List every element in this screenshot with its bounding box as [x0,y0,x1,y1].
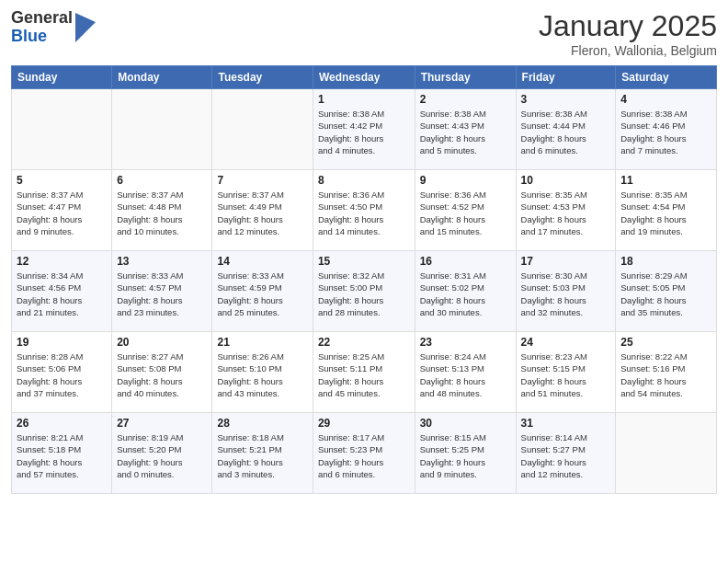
day-info: Sunrise: 8:37 AMSunset: 4:48 PMDaylight:… [117,189,207,237]
day-info: Sunrise: 8:26 AMSunset: 5:10 PMDaylight:… [217,350,307,399]
day-cell: 31Sunrise: 8:14 AMSunset: 5:27 PMDayligh… [516,413,616,494]
svg-marker-0 [75,13,96,42]
day-cell: 22Sunrise: 8:25 AMSunset: 5:11 PMDayligh… [313,332,415,413]
day-header-tuesday: Tuesday [212,66,313,89]
day-number: 4 [620,93,711,106]
day-number: 25 [620,336,711,349]
day-info: Sunrise: 8:38 AMSunset: 4:42 PMDaylight:… [318,108,410,156]
day-info: Sunrise: 8:36 AMSunset: 4:50 PMDaylight:… [318,189,410,237]
day-header-row: SundayMondayTuesdayWednesdayThursdayFrid… [12,66,717,89]
day-number: 12 [17,255,107,268]
day-cell: 18Sunrise: 8:29 AMSunset: 5:05 PMDayligh… [616,251,717,332]
day-cell: 1Sunrise: 8:38 AMSunset: 4:42 PMDaylight… [313,89,415,170]
day-cell: 20Sunrise: 8:27 AMSunset: 5:08 PMDayligh… [112,332,212,413]
day-header-friday: Friday [516,66,616,89]
day-number: 9 [420,174,511,187]
day-cell: 2Sunrise: 8:38 AMSunset: 4:43 PMDaylight… [415,89,516,170]
logo-general: General [11,9,73,28]
day-info: Sunrise: 8:35 AMSunset: 4:53 PMDaylight:… [521,189,611,237]
day-cell: 23Sunrise: 8:24 AMSunset: 5:13 PMDayligh… [415,332,516,413]
day-number: 7 [217,174,307,187]
day-cell: 7Sunrise: 8:37 AMSunset: 4:49 PMDaylight… [212,170,313,251]
day-number: 13 [117,255,207,268]
week-row-2: 12Sunrise: 8:34 AMSunset: 4:56 PMDayligh… [12,251,717,332]
day-info: Sunrise: 8:34 AMSunset: 4:56 PMDaylight:… [17,270,107,318]
day-cell [112,89,212,170]
day-info: Sunrise: 8:29 AMSunset: 5:05 PMDaylight:… [620,270,711,318]
day-number: 23 [420,336,511,349]
day-number: 26 [17,417,107,430]
day-info: Sunrise: 8:27 AMSunset: 5:08 PMDaylight:… [117,350,207,399]
day-cell: 14Sunrise: 8:33 AMSunset: 4:59 PMDayligh… [212,251,313,332]
logo-icon [75,13,96,42]
day-cell: 25Sunrise: 8:22 AMSunset: 5:16 PMDayligh… [616,332,717,413]
day-number: 10 [521,174,611,187]
day-cell: 11Sunrise: 8:35 AMSunset: 4:54 PMDayligh… [616,170,717,251]
day-info: Sunrise: 8:37 AMSunset: 4:47 PMDaylight:… [17,189,107,237]
day-info: Sunrise: 8:28 AMSunset: 5:06 PMDaylight:… [17,350,107,399]
day-cell: 15Sunrise: 8:32 AMSunset: 5:00 PMDayligh… [313,251,415,332]
logo-blue: Blue [11,28,73,46]
day-cell: 17Sunrise: 8:30 AMSunset: 5:03 PMDayligh… [516,251,616,332]
day-number: 28 [217,417,307,430]
day-info: Sunrise: 8:24 AMSunset: 5:13 PMDaylight:… [420,350,511,399]
day-info: Sunrise: 8:38 AMSunset: 4:43 PMDaylight:… [420,108,511,156]
day-cell: 28Sunrise: 8:18 AMSunset: 5:21 PMDayligh… [212,413,313,494]
location: Fleron, Wallonia, Belgium [539,43,717,58]
month-title: January 2025 [539,9,717,43]
day-number: 19 [17,336,107,349]
day-cell [12,89,112,170]
logo: General Blue [11,9,96,46]
week-row-1: 5Sunrise: 8:37 AMSunset: 4:47 PMDaylight… [12,170,717,251]
day-cell: 21Sunrise: 8:26 AMSunset: 5:10 PMDayligh… [212,332,313,413]
day-info: Sunrise: 8:35 AMSunset: 4:54 PMDaylight:… [620,189,711,237]
calendar-table: SundayMondayTuesdayWednesdayThursdayFrid… [11,65,717,494]
day-number: 2 [420,93,511,106]
day-cell [616,413,717,494]
title-block: January 2025 Fleron, Wallonia, Belgium [539,9,717,58]
day-number: 3 [521,93,611,106]
day-cell: 10Sunrise: 8:35 AMSunset: 4:53 PMDayligh… [516,170,616,251]
day-cell: 13Sunrise: 8:33 AMSunset: 4:57 PMDayligh… [112,251,212,332]
day-cell: 9Sunrise: 8:36 AMSunset: 4:52 PMDaylight… [415,170,516,251]
logo-text: General Blue [11,9,73,46]
day-info: Sunrise: 8:32 AMSunset: 5:00 PMDaylight:… [318,270,410,318]
day-header-sunday: Sunday [12,66,112,89]
day-number: 14 [217,255,307,268]
day-header-thursday: Thursday [415,66,516,89]
day-cell: 27Sunrise: 8:19 AMSunset: 5:20 PMDayligh… [112,413,212,494]
day-cell: 3Sunrise: 8:38 AMSunset: 4:44 PMDaylight… [516,89,616,170]
day-cell: 8Sunrise: 8:36 AMSunset: 4:50 PMDaylight… [313,170,415,251]
day-cell: 19Sunrise: 8:28 AMSunset: 5:06 PMDayligh… [12,332,112,413]
day-cell: 30Sunrise: 8:15 AMSunset: 5:25 PMDayligh… [415,413,516,494]
day-number: 20 [117,336,207,349]
day-number: 27 [117,417,207,430]
week-row-4: 26Sunrise: 8:21 AMSunset: 5:18 PMDayligh… [12,413,717,494]
day-number: 5 [17,174,107,187]
day-cell: 5Sunrise: 8:37 AMSunset: 4:47 PMDaylight… [12,170,112,251]
calendar-container: General Blue January 2025 Fleron, Wallon… [0,0,728,563]
day-cell: 4Sunrise: 8:38 AMSunset: 4:46 PMDaylight… [616,89,717,170]
day-info: Sunrise: 8:17 AMSunset: 5:23 PMDaylight:… [318,431,410,480]
day-cell: 6Sunrise: 8:37 AMSunset: 4:48 PMDaylight… [112,170,212,251]
day-number: 18 [620,255,711,268]
day-info: Sunrise: 8:18 AMSunset: 5:21 PMDaylight:… [217,431,307,480]
day-info: Sunrise: 8:38 AMSunset: 4:44 PMDaylight:… [521,108,611,156]
day-number: 29 [318,417,410,430]
day-info: Sunrise: 8:33 AMSunset: 4:59 PMDaylight:… [217,270,307,318]
day-number: 21 [217,336,307,349]
day-number: 24 [521,336,611,349]
week-row-0: 1Sunrise: 8:38 AMSunset: 4:42 PMDaylight… [12,89,717,170]
day-cell: 16Sunrise: 8:31 AMSunset: 5:02 PMDayligh… [415,251,516,332]
day-number: 16 [420,255,511,268]
day-cell: 12Sunrise: 8:34 AMSunset: 4:56 PMDayligh… [12,251,112,332]
day-info: Sunrise: 8:21 AMSunset: 5:18 PMDaylight:… [17,431,107,480]
header: General Blue January 2025 Fleron, Wallon… [11,9,717,58]
day-info: Sunrise: 8:31 AMSunset: 5:02 PMDaylight:… [420,270,511,318]
day-cell: 29Sunrise: 8:17 AMSunset: 5:23 PMDayligh… [313,413,415,494]
day-header-wednesday: Wednesday [313,66,415,89]
day-cell: 26Sunrise: 8:21 AMSunset: 5:18 PMDayligh… [12,413,112,494]
day-number: 6 [117,174,207,187]
day-header-monday: Monday [112,66,212,89]
day-info: Sunrise: 8:14 AMSunset: 5:27 PMDaylight:… [521,431,611,480]
